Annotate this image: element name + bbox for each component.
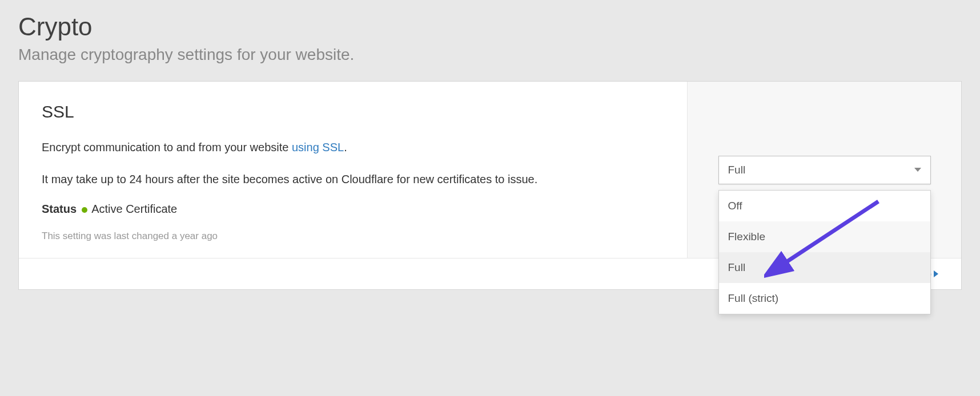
ssl-mode-selected: Full <box>728 164 746 176</box>
ssl-desc-suffix: . <box>344 141 347 153</box>
chevron-down-icon <box>914 168 921 172</box>
ssl-option-flexible[interactable]: Flexible <box>719 221 930 252</box>
ssl-card: SSL Encrypt communication to and from yo… <box>18 81 962 290</box>
last-changed-text: This setting was last changed a year ago <box>42 231 664 242</box>
ssl-desc-prefix: Encrypt communication to and from your w… <box>42 141 292 153</box>
status-label: Status <box>42 203 77 215</box>
ssl-option-full[interactable]: Full <box>719 252 930 283</box>
ssl-option-full-strict[interactable]: Full (strict) <box>719 283 930 314</box>
page-header: Crypto Manage cryptography settings for … <box>0 0 980 81</box>
status-text: Active Certificate <box>91 203 177 215</box>
ssl-card-row: SSL Encrypt communication to and from yo… <box>19 82 961 258</box>
ssl-description: Encrypt communication to and from your w… <box>42 139 664 156</box>
ssl-card-right: Full Off Flexible Full Full (strict) <box>687 82 961 258</box>
caret-right-icon <box>934 270 938 277</box>
ssl-mode-select-wrap: Full Off Flexible Full Full (strict) <box>718 156 931 184</box>
ssl-mode-select[interactable]: Full <box>718 156 931 184</box>
using-ssl-link[interactable]: using SSL <box>292 141 344 153</box>
page-title: Crypto <box>18 13 962 41</box>
status-dot-icon <box>82 207 87 213</box>
ssl-card-left: SSL Encrypt communication to and from yo… <box>19 82 687 258</box>
ssl-note: It may take up to 24 hours after the sit… <box>42 171 607 188</box>
page-subtitle: Manage cryptography settings for your we… <box>18 46 962 64</box>
ssl-option-off[interactable]: Off <box>719 191 930 221</box>
ssl-status-line: Status Active Certificate <box>42 203 664 216</box>
ssl-mode-dropdown: Off Flexible Full Full (strict) <box>718 190 931 314</box>
ssl-section-title: SSL <box>42 102 664 122</box>
